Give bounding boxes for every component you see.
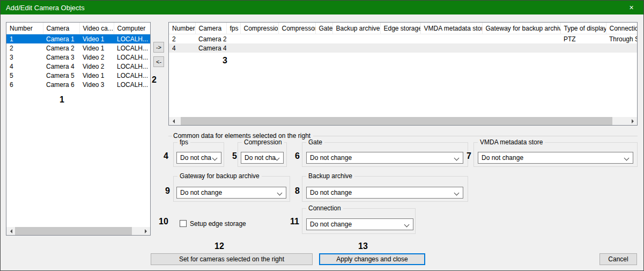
annotation-10: 10 bbox=[159, 217, 168, 226]
cell: 1 bbox=[6, 34, 43, 44]
fps-select[interactable]: Do not cha bbox=[176, 152, 221, 164]
column-header-connection[interactable]: Connection bbox=[606, 23, 638, 34]
cell: Camera 3 bbox=[43, 53, 79, 62]
column-header-number[interactable]: Number bbox=[6, 23, 43, 34]
cell: Camera 1 bbox=[43, 34, 79, 44]
cell: LOCALH... bbox=[114, 53, 151, 62]
column-header-backup-archive[interactable]: Backup archive bbox=[332, 23, 380, 34]
column-header-computer[interactable]: Computer bbox=[114, 23, 151, 34]
cell: 5 bbox=[6, 71, 43, 80]
column-header-fps[interactable]: fps bbox=[226, 23, 240, 34]
scrollbar-thumb[interactable] bbox=[15, 227, 132, 235]
column-header-camera[interactable]: Camera bbox=[195, 23, 226, 34]
cell bbox=[482, 34, 560, 44]
left-table-hscrollbar[interactable] bbox=[6, 227, 150, 235]
cell bbox=[420, 43, 482, 53]
fps-value: Do not cha bbox=[180, 154, 211, 162]
cell bbox=[240, 34, 278, 44]
setup-edge-storage-checkbox[interactable] bbox=[180, 220, 187, 227]
cell: 4 bbox=[169, 43, 195, 53]
annotation-11: 11 bbox=[290, 217, 299, 226]
column-header-type-of-display[interactable]: Type of display bbox=[560, 23, 606, 34]
close-icon[interactable]: × bbox=[619, 1, 643, 14]
cancel-button[interactable]: Cancel bbox=[599, 253, 637, 265]
table-row[interactable]: 6 Camera 6 Video 3 LOCALH... bbox=[6, 80, 151, 89]
table-row[interactable]: 1 Camera 1 Video 1 LOCALH... bbox=[6, 34, 151, 44]
cell bbox=[420, 34, 482, 44]
column-header-compression[interactable]: Compression bbox=[240, 23, 278, 34]
gate-select[interactable]: Do not change bbox=[306, 152, 463, 164]
table-row[interactable]: 2 Camera 2 Video 1 LOCALH... bbox=[6, 43, 151, 53]
apply-changes-button[interactable]: Apply changes and close bbox=[319, 253, 425, 265]
right-table-header: Number Camera fps Compression Compressor… bbox=[169, 23, 638, 34]
table-row[interactable]: 5 Camera 5 Video 1 LOCALH... bbox=[6, 71, 151, 80]
cell bbox=[278, 43, 315, 53]
column-header-number[interactable]: Number bbox=[169, 23, 195, 34]
cell: Video 3 bbox=[79, 80, 114, 89]
compression-select[interactable]: Do not cha bbox=[241, 152, 284, 164]
selected-cameras-table: Number Camera fps Compression Compressor… bbox=[168, 22, 638, 126]
table-row[interactable]: 4 Camera 4 bbox=[169, 43, 638, 53]
column-header-video[interactable]: Video ca... bbox=[79, 23, 114, 34]
table-row[interactable]: 2 Camera 2 PTZ Through Se bbox=[169, 34, 638, 44]
column-header-camera[interactable]: Camera bbox=[43, 23, 79, 34]
chevron-down-icon bbox=[404, 222, 410, 228]
cell: Video 2 bbox=[79, 62, 114, 71]
cell bbox=[332, 34, 380, 44]
cell: Camera 5 bbox=[43, 71, 79, 80]
backup-archive-select[interactable]: Do not change bbox=[306, 187, 463, 199]
cell: Video 1 bbox=[79, 34, 114, 44]
scrollbar-thumb[interactable] bbox=[181, 117, 612, 125]
scroll-left-icon[interactable] bbox=[6, 227, 15, 235]
cell bbox=[315, 43, 332, 53]
annotation-8: 8 bbox=[295, 187, 300, 195]
cell: LOCALH... bbox=[114, 80, 151, 89]
annotation-7: 7 bbox=[467, 152, 471, 160]
all-cameras-table: Number Camera Video ca... Computer 1 Cam… bbox=[6, 22, 151, 236]
right-table-hscrollbar[interactable] bbox=[169, 117, 637, 125]
column-header-gate[interactable]: Gate bbox=[315, 23, 332, 34]
cell bbox=[560, 43, 606, 53]
cell: Camera 2 bbox=[43, 43, 79, 53]
cell: PTZ bbox=[560, 34, 606, 44]
scroll-right-icon[interactable] bbox=[628, 117, 637, 125]
vmda-label: VMDA metadata store bbox=[478, 138, 545, 146]
cell: 2 bbox=[6, 43, 43, 53]
cell: 4 bbox=[6, 62, 43, 71]
connection-select[interactable]: Do not change bbox=[306, 218, 413, 230]
compression-label: Compression bbox=[242, 138, 284, 146]
annotation-12: 12 bbox=[214, 242, 224, 251]
scroll-left-icon[interactable] bbox=[169, 117, 177, 125]
gateway-label: Gateway for backup archive bbox=[177, 172, 262, 180]
chevron-down-icon bbox=[454, 156, 460, 161]
scroll-right-icon[interactable] bbox=[142, 227, 150, 235]
cell: Camera 6 bbox=[43, 80, 79, 89]
column-header-edge-storage[interactable]: Edge storage bbox=[380, 23, 420, 34]
gateway-select[interactable]: Do not change bbox=[176, 187, 286, 199]
column-header-compressor[interactable]: Compressor bbox=[278, 23, 315, 34]
cell: Video 2 bbox=[79, 53, 114, 62]
move-left-button[interactable]: <- bbox=[153, 56, 164, 67]
column-header-vmda[interactable]: VMDA metadata store bbox=[420, 23, 482, 34]
table-row[interactable]: 3 Camera 3 Video 2 LOCALH... bbox=[6, 53, 151, 62]
cell: Camera 4 bbox=[43, 62, 79, 71]
cell bbox=[240, 43, 278, 53]
cell bbox=[278, 34, 315, 44]
annotation-6: 6 bbox=[295, 152, 300, 160]
annotation-3: 3 bbox=[223, 56, 227, 65]
table-row[interactable]: 4 Camera 4 Video 2 LOCALH... bbox=[6, 62, 151, 71]
cell bbox=[226, 34, 240, 44]
column-header-gateway[interactable]: Gateway for backup archive bbox=[482, 23, 560, 34]
gate-label: Gate bbox=[306, 138, 324, 146]
vmda-value: Do not change bbox=[482, 154, 523, 162]
move-right-button[interactable]: -> bbox=[153, 42, 164, 53]
cell: Through Se bbox=[606, 34, 638, 44]
connection-value: Do not change bbox=[310, 221, 352, 228]
chevron-down-icon bbox=[624, 156, 630, 161]
cell bbox=[606, 43, 638, 53]
cell: LOCALH... bbox=[114, 62, 151, 71]
vmda-select[interactable]: Do not change bbox=[478, 152, 633, 164]
chevron-down-icon bbox=[277, 191, 283, 196]
cell bbox=[380, 43, 420, 53]
set-for-cameras-button[interactable]: Set for cameras selected on the right bbox=[151, 253, 313, 265]
